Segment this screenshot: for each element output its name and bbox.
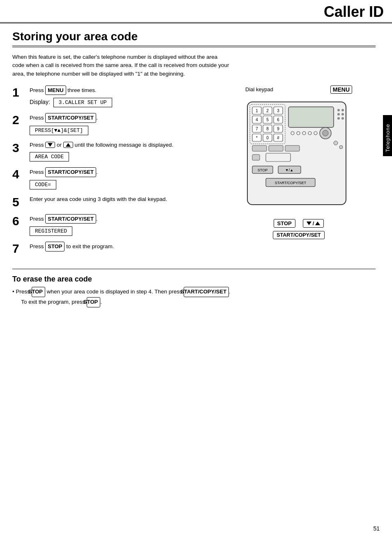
svg-point-29 xyxy=(341,109,344,111)
svg-point-50 xyxy=(334,141,338,145)
step-5-text: Enter your area code using 3 digits with… xyxy=(30,195,214,203)
step-6: 6 Press START/COPY/SET. REGISTERED xyxy=(12,214,214,236)
stop-key-erase-2: STOP xyxy=(87,297,100,307)
section-title: Storing your area code xyxy=(12,30,376,47)
svg-text:0: 0 xyxy=(266,136,269,140)
svg-text:9: 9 xyxy=(277,127,279,131)
display-box-6: REGISTERED xyxy=(30,226,72,236)
step-number-6: 6 xyxy=(12,215,25,227)
svg-point-28 xyxy=(337,117,340,120)
svg-point-27 xyxy=(337,113,340,115)
start-copy-set-btn-label: START/COPY/SET xyxy=(273,231,324,239)
step-6-content: Press START/COPY/SET. REGISTERED xyxy=(30,214,214,236)
down-arrow-icon xyxy=(307,222,311,225)
display-label-1: Display: xyxy=(30,99,52,105)
step-7: 7 Press STOP to exit the program. xyxy=(12,242,214,255)
step-4-display-row: CODE= xyxy=(30,179,214,189)
svg-text:START/COPY/SET: START/COPY/SET xyxy=(275,181,307,185)
step-1-content: Press MENU three times. Display: 3.CALLE… xyxy=(30,85,214,108)
step-2: 2 Press START/COPY/SET. PRESS[▼▲]&[SET] xyxy=(12,113,214,135)
step-3-content: Press or until the following message is … xyxy=(30,141,214,162)
diagram-column: Dial keypad MENU 1 2 3 xyxy=(222,85,376,261)
step-4-content: Press START/COPY/SET. CODE= xyxy=(30,167,214,189)
step-number-7: 7 xyxy=(12,242,25,255)
page-header-title: Caller ID xyxy=(324,3,384,21)
step-3-text: Press or until the following message is … xyxy=(30,141,214,149)
erase-section: To erase the area code • Press STOP when… xyxy=(12,275,376,307)
step-1: 1 Press MENU three times. Display: 3.CAL… xyxy=(12,85,214,108)
step-4-text: Press START/COPY/SET. xyxy=(30,167,214,177)
svg-text:6: 6 xyxy=(277,118,279,122)
svg-text:STOP: STOP xyxy=(258,168,267,172)
step-number-2: 2 xyxy=(12,114,25,126)
main-layout: 1 Press MENU three times. Display: 3.CAL… xyxy=(12,85,376,261)
erase-title: To erase the area code xyxy=(12,275,376,284)
device-illustration: 1 2 3 4 5 6 7 8 xyxy=(243,98,354,218)
tri-up-icon xyxy=(66,143,71,147)
start-copy-set-key-erase: START/COPY/SET xyxy=(184,287,229,297)
step-5: 5 Enter your area code using 3 digits wi… xyxy=(12,195,214,208)
nav-arrows-label: / xyxy=(303,219,324,228)
menu-key-1: MENU xyxy=(45,85,66,95)
svg-text:3: 3 xyxy=(277,108,279,113)
step-4: 4 Press START/COPY/SET. CODE= xyxy=(12,167,214,189)
display-box-2: PRESS[▼▲]&[SET] xyxy=(30,126,88,135)
up-arrow-key-3 xyxy=(63,142,73,148)
step-number-5: 5 xyxy=(12,196,25,208)
step-7-content: Press STOP to exit the program. xyxy=(30,242,214,253)
stop-key-erase-1: STOP xyxy=(32,287,45,297)
svg-point-30 xyxy=(341,113,344,115)
svg-text:▼/▲: ▼/▲ xyxy=(285,168,293,172)
intro-text: When this feature is set, the caller's t… xyxy=(12,53,230,78)
step-6-display-row: REGISTERED xyxy=(30,225,214,236)
down-arrow-key-3 xyxy=(45,142,55,148)
svg-text:*: * xyxy=(256,136,258,140)
svg-point-26 xyxy=(337,109,340,111)
svg-text:1: 1 xyxy=(256,108,258,113)
display-box-1: 3.CALLER SET UP xyxy=(53,98,112,107)
start-copy-set-key-2: START/COPY/SET xyxy=(45,113,96,123)
step-5-content: Enter your area code using 3 digits with… xyxy=(30,195,214,205)
svg-rect-41 xyxy=(285,145,300,151)
step-2-text: Press START/COPY/SET. xyxy=(30,113,214,123)
step-number-3: 3 xyxy=(12,142,25,154)
step-1-display-row: Display: 3.CALLER SET UP xyxy=(30,97,214,107)
header: Caller ID xyxy=(0,0,392,23)
start-copy-set-key-4: START/COPY/SET xyxy=(45,167,96,177)
step-2-display-row: PRESS[▼▲]&[SET] xyxy=(30,125,214,135)
step-number-4: 4 xyxy=(12,168,25,180)
menu-key-diagram: MENU xyxy=(330,85,352,94)
steps-column: 1 Press MENU three times. Display: 3.CAL… xyxy=(12,85,214,261)
step-6-text: Press START/COPY/SET. xyxy=(30,214,214,224)
section-divider xyxy=(12,269,376,269)
svg-point-31 xyxy=(341,117,344,120)
erase-text: • Press STOP when your area code is disp… xyxy=(12,287,376,307)
bullet-icon: • xyxy=(12,288,14,295)
display-box-3: AREA CODE xyxy=(30,152,69,162)
step-3: 3 Press or until the following message i… xyxy=(12,141,214,162)
svg-text:2: 2 xyxy=(266,108,269,113)
svg-text:#: # xyxy=(277,136,279,140)
display-box-4: CODE= xyxy=(30,180,56,189)
svg-text:4: 4 xyxy=(256,118,258,122)
svg-rect-39 xyxy=(252,145,267,151)
svg-rect-25 xyxy=(288,107,334,127)
step-1-text: Press MENU three times. xyxy=(30,85,214,95)
step-7-text: Press STOP to exit the program. xyxy=(30,242,214,252)
stop-btn-label: STOP xyxy=(274,219,295,228)
svg-point-38 xyxy=(323,130,328,136)
svg-rect-42 xyxy=(252,155,260,160)
step-3-display-row: AREA CODE xyxy=(30,151,214,162)
section-tab: Telephone xyxy=(383,115,392,156)
start-copy-set-key-6: START/COPY/SET xyxy=(45,214,96,224)
svg-text:7: 7 xyxy=(256,127,258,131)
tri-down-icon xyxy=(48,143,53,147)
svg-text:5: 5 xyxy=(266,118,269,122)
svg-text:8: 8 xyxy=(266,127,269,131)
svg-rect-40 xyxy=(269,145,283,151)
dial-keypad-label: Dial keypad xyxy=(245,86,273,92)
step-2-content: Press START/COPY/SET. PRESS[▼▲]&[SET] xyxy=(30,113,214,135)
step-number-1: 1 xyxy=(12,86,25,99)
up-arrow-icon xyxy=(315,222,320,225)
stop-key-7: STOP xyxy=(45,242,65,252)
